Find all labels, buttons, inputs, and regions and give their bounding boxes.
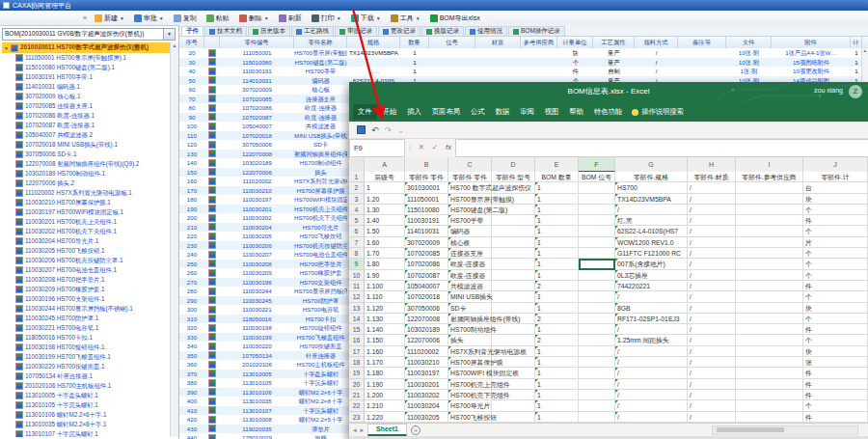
column-header-H[interactable]: H — [688, 157, 736, 172]
row-header-5[interactable]: 5 — [349, 215, 365, 226]
ribbon-tab-公式[interactable]: 公式 — [466, 104, 490, 120]
cell-C20[interactable]: HS700机壳上壳组件 — [448, 379, 492, 390]
column-header-计[interactable]: 计 — [851, 37, 862, 48]
cell-I3[interactable] — [736, 194, 803, 205]
column-header-J[interactable]: J — [803, 157, 868, 172]
cell-G20[interactable]: / — [615, 379, 688, 390]
cell-G1[interactable]: 零部件.规格 — [615, 172, 688, 182]
cell-F2[interactable] — [579, 182, 615, 193]
toolbar-button-下载[interactable]: 下载▼ — [347, 12, 385, 25]
cell-C1[interactable]: 零部件 零件 — [448, 172, 492, 182]
column-header-附件[interactable]: 附件 — [772, 37, 851, 48]
cell-J1[interactable]: 零部件.计 — [803, 172, 868, 182]
tree-item[interactable]: 307020009 核心板.1 — [2, 92, 172, 101]
ribbon-tab-审阅[interactable]: 审阅 — [515, 104, 539, 120]
cell-G5[interactable]: 红,黑 — [615, 215, 688, 226]
tree-item[interactable]: 110030198 HS700旋钮组件.1 — [2, 343, 172, 352]
cell-C10[interactable]: 欧度-连接器 — [448, 270, 492, 281]
qat-customize-icon[interactable]: ⌄ — [397, 124, 405, 136]
toolbar-button-粘贴[interactable]: 粘贴 — [203, 12, 233, 25]
tree-item[interactable]: 113010035 螺钉M2.2×8十字.1 — [2, 420, 172, 429]
cell-C15[interactable]: HS700制动组件 — [448, 324, 492, 335]
column-header-位号[interactable]: 位号 — [429, 37, 475, 48]
column-header-序号[interactable]: 序号 — [179, 37, 204, 48]
cell-E23[interactable]: 1 — [535, 412, 579, 423]
cell-E5[interactable]: 1 — [535, 215, 579, 226]
cell-I18[interactable] — [736, 357, 803, 368]
cell-J20[interactable]: 件 — [803, 379, 868, 390]
tab-子件[interactable]: 子件 — [181, 26, 203, 36]
cell-C4[interactable]: HS700键盘(第二版) — [448, 205, 492, 215]
cell-name-box[interactable]: F9 — [349, 139, 405, 157]
cell-J3[interactable]: 块 — [803, 194, 868, 205]
tree-root-node[interactable]: ▼2010030011 HS700数字式超声波探伤仪(整机) — [2, 42, 172, 53]
column-header-计量单位[interactable]: 计量单位 — [557, 37, 593, 48]
cell-H3[interactable]: / — [688, 194, 736, 205]
cell-G18[interactable]: / — [615, 357, 688, 368]
cell-A23[interactable]: 1.220 — [365, 412, 405, 423]
cell-G11[interactable]: 744220221 — [615, 281, 688, 291]
cell-B15[interactable]: 103020189 — [405, 324, 448, 335]
cell-H21[interactable]: / — [688, 390, 736, 400]
cell-J14[interactable]: 个 — [803, 314, 868, 324]
excel-user-avatar[interactable]: Z — [849, 85, 862, 98]
cell-A18[interactable]: 1.170 — [365, 357, 405, 368]
row-header-11[interactable]: 11 — [349, 281, 365, 291]
cell-H12[interactable]: / — [688, 291, 736, 302]
combo-dropdown-icon[interactable]: ▼ — [163, 29, 175, 40]
cell-I9[interactable] — [736, 259, 803, 269]
row-header-12[interactable]: 12 — [349, 291, 365, 302]
cell-E22[interactable]: 1 — [535, 400, 579, 411]
cell-A17[interactable]: 1.160 — [365, 346, 405, 357]
cell-H2[interactable]: / — [688, 182, 736, 193]
tree-item[interactable]: 110030205 HS700飞梭按钮.1 — [2, 246, 172, 256]
toolbar-button-审批[interactable]: 审批▼ — [130, 12, 168, 25]
cell-F21[interactable] — [579, 390, 615, 400]
cell-A14[interactable]: 1.130 — [365, 314, 405, 324]
cell-A10[interactable]: 1.90 — [365, 270, 405, 281]
row-header-13[interactable]: 13 — [349, 303, 365, 314]
cell-D11[interactable] — [492, 281, 535, 291]
cell-J7[interactable]: 片 — [803, 237, 868, 248]
cell-G19[interactable]: / — [615, 368, 688, 378]
cell-D23[interactable] — [492, 412, 535, 423]
cell-B12[interactable]: 107020018 — [405, 291, 448, 302]
tree-item[interactable]: 110030220 HS700按键面盖.1 — [2, 362, 172, 371]
cell-I7[interactable] — [736, 237, 803, 248]
tree-item[interactable]: 103020189 HS700制动组件.1 — [2, 169, 172, 178]
cell-I15[interactable] — [736, 324, 803, 335]
cell-C19[interactable]: HS700WIFI 模块固定板 — [448, 368, 492, 378]
cell-A2[interactable]: 1 — [365, 182, 405, 193]
cell-A4[interactable]: 1.30 — [365, 205, 405, 215]
cell-H20[interactable]: / — [688, 379, 736, 390]
cell-B13[interactable]: 307050006 — [405, 303, 448, 314]
cell-E14[interactable]: 2 — [535, 314, 579, 324]
cell-H23[interactable]: / — [688, 412, 736, 423]
cell-F14[interactable] — [579, 314, 615, 324]
cell-H15[interactable]: / — [688, 324, 736, 335]
cell-H22[interactable]: / — [688, 400, 736, 411]
tree-item[interactable]: 110030204 HS700导光片.1 — [2, 236, 172, 246]
cell-B7[interactable]: 307020009 — [405, 237, 448, 248]
cell-F1[interactable]: BOM 位号 — [579, 172, 615, 182]
ribbon-tab-开始[interactable]: 开始 — [378, 104, 402, 120]
scrollbar-thumb[interactable] — [717, 427, 784, 432]
add-sheet-icon[interactable]: + — [411, 425, 420, 435]
tree-item[interactable]: 110030197 HS700WIFI模块固定板.1 — [2, 207, 172, 217]
cell-A13[interactable]: 1.120 — [365, 303, 405, 314]
cell-D16[interactable] — [492, 335, 535, 345]
column-header-D[interactable]: D — [492, 157, 535, 172]
cell-G2[interactable]: HS700 — [615, 182, 688, 193]
row-header-4[interactable]: 4 — [349, 205, 365, 215]
cell-C23[interactable]: HS700飞梭按钮 — [448, 412, 492, 423]
cell-C14[interactable]: 射频同轴插座组件(带线) — [448, 314, 492, 324]
cell-J2[interactable]: 台 — [803, 182, 868, 193]
column-header-数量[interactable]: 数量 — [400, 37, 429, 48]
sheet-nav-left-icon[interactable]: ◂ — [353, 426, 357, 434]
tree-item[interactable]: 110030199 HS700飞梭盖组件.1 — [2, 352, 172, 362]
row-header-1[interactable]: 1 — [349, 172, 365, 182]
ribbon-search[interactable]: 操作说明搜索 — [632, 107, 684, 117]
cell-H17[interactable]: / — [688, 346, 736, 357]
cell-E16[interactable]: 2 — [535, 335, 579, 345]
toolbar-button-新建[interactable]: 新建▼ — [91, 12, 128, 25]
